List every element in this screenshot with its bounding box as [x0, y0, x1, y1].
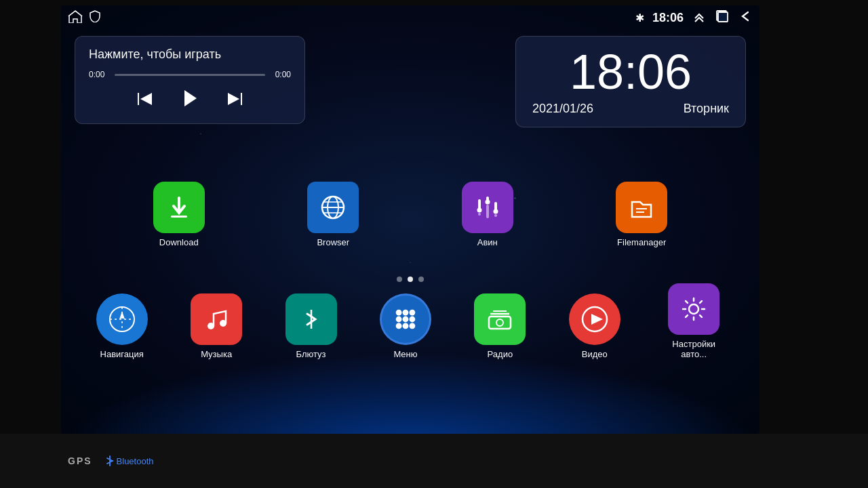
- page-dots: [61, 277, 760, 282]
- svg-marker-0: [68, 11, 83, 16]
- navigation-label: Навигация: [100, 349, 144, 359]
- main-screen: ✱ 18:06: [61, 5, 760, 434]
- svg-marker-5: [184, 90, 197, 106]
- download-label: Download: [159, 237, 199, 247]
- bluetooth-label: Блютуз: [296, 349, 326, 359]
- app-video[interactable]: Видео: [569, 293, 620, 359]
- clock-widget: 18:06 2021/01/26 Вторник: [515, 36, 746, 127]
- svg-marker-3: [138, 93, 139, 105]
- svg-point-33: [403, 310, 409, 316]
- controls-row: [89, 89, 291, 113]
- svg-point-22: [493, 209, 498, 214]
- gps-label: GPS: [68, 455, 92, 466]
- music-title: Нажмите, чтобы играть: [89, 47, 291, 62]
- time-end: 0:00: [271, 70, 291, 79]
- app-music[interactable]: Музыка: [191, 293, 242, 359]
- bluetooth-icon: [285, 293, 337, 345]
- progress-bar[interactable]: [115, 74, 265, 76]
- side-panel-right: [760, 0, 868, 434]
- svg-point-42: [496, 319, 503, 326]
- svg-point-37: [409, 317, 415, 323]
- shield-icon: [90, 10, 100, 25]
- apps-bottom-row: Навигация Музыка: [61, 283, 760, 359]
- svg-rect-15: [478, 213, 481, 216]
- svg-rect-19: [494, 214, 497, 217]
- app-radio[interactable]: Радио: [474, 293, 526, 359]
- svg-point-32: [396, 310, 402, 316]
- svg-rect-17: [486, 205, 489, 218]
- device-bezel: ✱ 18:06: [0, 0, 868, 488]
- window-icon[interactable]: [715, 9, 730, 26]
- clock-day: Вторник: [684, 102, 729, 116]
- settings-icon: [668, 283, 719, 335]
- svg-point-38: [396, 323, 402, 329]
- browser-label: Browser: [317, 237, 349, 247]
- svg-marker-46: [591, 314, 603, 325]
- filemanager-icon: [616, 182, 667, 233]
- radio-icon: [474, 293, 526, 345]
- avin-icon: [462, 182, 513, 233]
- app-filemanager[interactable]: Filemanager: [616, 182, 667, 247]
- dot-1[interactable]: [397, 277, 402, 282]
- app-settings[interactable]: Настройки авто...: [663, 283, 724, 359]
- app-navigation[interactable]: Навигация: [96, 293, 148, 359]
- music-widget: Нажмите, чтобы играть 0:00 0:00: [75, 36, 305, 124]
- bluetooth-status-icon: ✱: [635, 12, 644, 24]
- app-bluetooth[interactable]: Блютуз: [285, 293, 337, 359]
- clock-time: 18:06: [532, 47, 729, 96]
- svg-point-29: [208, 323, 214, 329]
- menu-label: Меню: [393, 349, 417, 359]
- svg-point-20: [477, 208, 481, 213]
- prev-button[interactable]: [136, 92, 153, 110]
- clock-date: 2021/01/26: [532, 102, 593, 116]
- svg-rect-2: [718, 12, 728, 22]
- app-avin[interactable]: Авин: [462, 182, 513, 247]
- bluetooth-text: Bluetooth: [117, 456, 154, 466]
- svg-point-40: [409, 323, 415, 329]
- svg-point-30: [220, 320, 226, 327]
- menu-icon: [380, 293, 431, 345]
- filemanager-label: Filemanager: [617, 237, 666, 247]
- progress-row: 0:00 0:00: [89, 70, 291, 79]
- svg-point-21: [485, 200, 490, 205]
- status-bar: ✱ 18:06: [61, 5, 760, 30]
- svg-point-35: [396, 317, 402, 323]
- app-menu[interactable]: Меню: [380, 293, 431, 359]
- download-icon: [153, 182, 205, 233]
- avin-label: Авин: [477, 237, 498, 247]
- svg-rect-8: [171, 216, 187, 218]
- radio-label: Радио: [488, 349, 513, 359]
- navigation-icon: [96, 293, 148, 345]
- time-start: 0:00: [89, 70, 109, 79]
- svg-point-39: [403, 323, 409, 329]
- svg-marker-4: [140, 93, 152, 105]
- device-bottom-bar: GPS Bluetooth: [0, 434, 868, 488]
- video-label: Видео: [582, 349, 608, 359]
- browser-icon: [307, 182, 359, 233]
- svg-point-34: [409, 310, 415, 316]
- home-icon[interactable]: [68, 9, 83, 26]
- svg-point-36: [403, 317, 409, 323]
- status-time: 18:06: [652, 11, 684, 25]
- bluetooth-device-label: Bluetooth: [106, 455, 154, 466]
- apps-top-row: Download Browser: [61, 182, 760, 247]
- video-icon: [569, 293, 620, 345]
- app-browser[interactable]: Browser: [307, 182, 359, 247]
- svg-point-47: [689, 304, 698, 314]
- dot-2[interactable]: [408, 277, 413, 282]
- clock-date-row: 2021/01/26 Вторник: [532, 102, 729, 116]
- chevron-up-icon[interactable]: [692, 9, 707, 27]
- svg-marker-7: [228, 93, 239, 105]
- side-panel-left: [0, 0, 61, 434]
- play-button[interactable]: [180, 89, 199, 113]
- status-bar-left: [68, 9, 100, 26]
- app-download[interactable]: Download: [153, 182, 205, 247]
- back-icon[interactable]: [738, 9, 753, 26]
- svg-marker-6: [241, 93, 242, 105]
- music-icon: [191, 293, 242, 345]
- status-bar-right: ✱ 18:06: [635, 9, 753, 27]
- next-button[interactable]: [226, 92, 244, 110]
- dot-3[interactable]: [418, 277, 424, 282]
- music-label: Музыка: [201, 349, 232, 359]
- svg-rect-41: [489, 317, 511, 329]
